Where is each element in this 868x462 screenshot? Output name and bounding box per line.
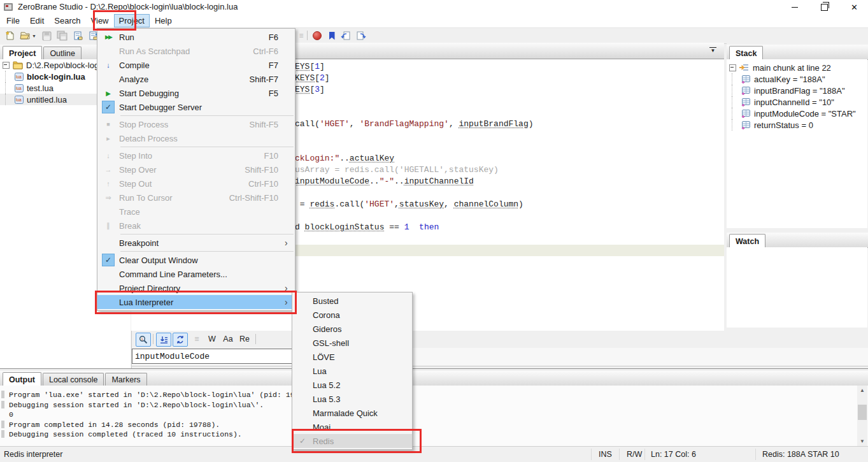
- close-button[interactable]: ✕: [840, 0, 868, 14]
- menu-item-breakpoint[interactable]: Breakpoint›: [97, 236, 295, 250]
- tab-stack[interactable]: Stack: [729, 46, 763, 60]
- menubar-item-file[interactable]: File: [1, 14, 25, 27]
- submenu-item-label: Lua: [313, 366, 327, 376]
- tab-watch[interactable]: Watch: [729, 234, 765, 248]
- new-file-icon[interactable]: [4, 30, 15, 41]
- menu-icon: [97, 236, 119, 250]
- code-line-3[interactable]: EYS[3]: [295, 84, 325, 96]
- stack-variable-row[interactable]: returnStatus = 0: [727, 119, 867, 131]
- submenu-item-corona[interactable]: Corona: [292, 308, 412, 322]
- tab-list-dropdown-icon[interactable]: ▼: [709, 47, 716, 54]
- code-line-6[interactable]: call('HGET', 'BrandFlagMapping', inputBr…: [295, 119, 534, 130]
- stack-frame-row[interactable]: main chunk at line 22: [727, 62, 867, 73]
- submenu-item-l-ve[interactable]: LÖVE: [292, 350, 412, 364]
- find-icon[interactable]: 1: [136, 333, 151, 347]
- stack-variable-row[interactable]: inputChannelId = "10": [727, 96, 867, 108]
- stack-variable-label: inputModuleCode = "STAR": [754, 109, 856, 119]
- submenu-item-redis[interactable]: ✓Redis: [292, 434, 412, 448]
- watch-list[interactable]: [727, 247, 867, 328]
- code-token: ..: [394, 177, 404, 186]
- menubar-item-project[interactable]: Project: [114, 14, 150, 27]
- stack-variable-row[interactable]: inputModuleCode = "STAR": [727, 108, 867, 119]
- menu-item-project-directory[interactable]: Project Directory›: [97, 281, 295, 295]
- menu-item-start-debugging[interactable]: ▶Start DebuggingF5: [97, 86, 295, 100]
- open-file-icon[interactable]: [19, 30, 31, 41]
- menu-item-step-into[interactable]: ↓Step IntoF10: [97, 148, 295, 162]
- menubar-item-help[interactable]: Help: [150, 14, 177, 27]
- menu-item-step-out[interactable]: ↑Step OutCtrl-F10: [97, 177, 295, 191]
- tab-project[interactable]: Project: [3, 46, 42, 60]
- menu-item-step-over[interactable]: →Step OverShift-F10: [97, 162, 295, 177]
- watch-panel-tabs: Watch: [727, 233, 868, 248]
- find-input[interactable]: [132, 349, 299, 364]
- menu-item-command-line-parameters[interactable]: Command Line Parameters...: [97, 267, 295, 281]
- submenu-item-gsl-shell[interactable]: GSL-shell: [292, 336, 412, 350]
- menu-item-break[interactable]: ∥Break: [97, 219, 295, 233]
- bookmark-next-icon[interactable]: [355, 30, 367, 41]
- submenu-item-lua-5-3[interactable]: Lua 5.3: [292, 392, 412, 406]
- submenu-item-gideros[interactable]: Gideros: [292, 322, 412, 336]
- menubar-item-edit[interactable]: Edit: [25, 14, 49, 27]
- scroll-down-icon[interactable]: ▼: [858, 438, 866, 444]
- submenu-item-lua-5-2[interactable]: Lua 5.2: [292, 378, 412, 392]
- collapse-icon[interactable]: [729, 64, 736, 71]
- tree-file-label: block-login.lua: [27, 72, 85, 82]
- wrap-around-icon[interactable]: [173, 333, 188, 347]
- project-open-dir-icon[interactable]: [73, 30, 84, 41]
- submenu-item-marmalade-quick[interactable]: Marmalade Quick: [292, 406, 412, 420]
- menu-item-clear-output-window[interactable]: ✓Clear Output Window: [97, 253, 295, 267]
- code-token: inputBrandFlag: [459, 119, 528, 129]
- code-token: EYS: [295, 62, 309, 71]
- code-line-1[interactable]: EYS[1]: [295, 61, 325, 73]
- find-input-row: [132, 348, 868, 366]
- open-file-dropdown-icon[interactable]: ▼: [32, 34, 36, 38]
- submenu-item-lua[interactable]: Lua: [292, 364, 412, 378]
- menubar-item-view[interactable]: View: [86, 14, 114, 27]
- menu-item-lua-interpreter[interactable]: Lua Interpreter›: [97, 295, 295, 309]
- code-line-2[interactable]: KEYS[2]: [295, 73, 330, 84]
- tab-markers[interactable]: Markers: [105, 373, 146, 386]
- match-case-button[interactable]: Aa: [221, 333, 235, 345]
- collapse-icon[interactable]: [3, 62, 10, 69]
- menu-item-trace[interactable]: Trace: [97, 205, 295, 219]
- search-down-icon[interactable]: [156, 333, 171, 347]
- menu-item-run-as-scratchpad[interactable]: Run As ScratchpadCtrl-F6: [97, 44, 295, 58]
- bookmark-prev-icon[interactable]: [340, 30, 352, 41]
- code-line-9[interactable]: ckLogin:"..actualKey: [295, 153, 394, 164]
- output-log[interactable]: Program 'lua.exe' started in 'D:\2.Repo\…: [0, 386, 868, 451]
- stack-variable-row[interactable]: inputBrandFlag = "188A": [727, 85, 867, 96]
- menu-item-run[interactable]: ▶▶RunF6: [97, 30, 295, 44]
- submenu-item-moai[interactable]: Moai: [292, 420, 412, 434]
- submenu-item-busted[interactable]: Busted: [292, 294, 412, 308]
- regex-button[interactable]: Re: [238, 333, 252, 345]
- toggle-bookmark-icon[interactable]: [326, 30, 338, 41]
- minimize-button[interactable]: [780, 0, 809, 14]
- menu-item-compile[interactable]: ↓CompileF7: [97, 58, 295, 72]
- code-line-10[interactable]: usArray = redis.call('HGETALL',statusKey…: [295, 164, 499, 176]
- tab-outline[interactable]: Outline: [43, 47, 82, 59]
- scrollbar-thumb[interactable]: [858, 405, 867, 420]
- menu-item-start-debugger-server[interactable]: ✓Start Debugger Server: [97, 100, 295, 114]
- menu-item-detach-process[interactable]: ▸Detach Process: [97, 131, 295, 145]
- code-line-15[interactable]: d blockLoginStatus == 1 then: [295, 222, 439, 233]
- menu-item-shortcut: Ctrl-F6: [253, 47, 285, 56]
- output-scrollbar[interactable]: ▲ ▼: [857, 386, 867, 446]
- checkmark-icon: ✓: [97, 253, 119, 267]
- toggle-breakpoint-icon[interactable]: [311, 30, 323, 41]
- tab-output[interactable]: Output: [3, 372, 41, 386]
- lua-file-icon: lua: [15, 96, 24, 104]
- stack-variable-row[interactable]: actualKey = "188A": [727, 73, 867, 85]
- scroll-up-icon[interactable]: ▲: [858, 387, 866, 393]
- menu-item-label: Run To Cursor: [119, 193, 229, 203]
- menu-item-analyze[interactable]: AnalyzeShift-F7: [97, 72, 295, 86]
- tab-local-console[interactable]: Local console: [43, 373, 104, 386]
- code-line-13[interactable]: = redis.call('HGET',statusKey, channelCo…: [295, 199, 523, 210]
- restore-button[interactable]: [810, 0, 839, 14]
- menu-item-run-to-cursor[interactable]: ⇒Run To CursorCtrl-Shift-F10: [97, 191, 295, 205]
- menubar-item-search[interactable]: Search: [49, 14, 85, 27]
- menu-item-stop-process[interactable]: ■Stop ProcessShift-F5: [97, 117, 295, 131]
- menu-item-shortcut: F7: [269, 61, 285, 70]
- code-line-11[interactable]: inputModuleCode.."-"..inputChannelId: [295, 176, 474, 187]
- whole-word-button[interactable]: W: [206, 333, 218, 345]
- status-separator: [755, 449, 756, 460]
